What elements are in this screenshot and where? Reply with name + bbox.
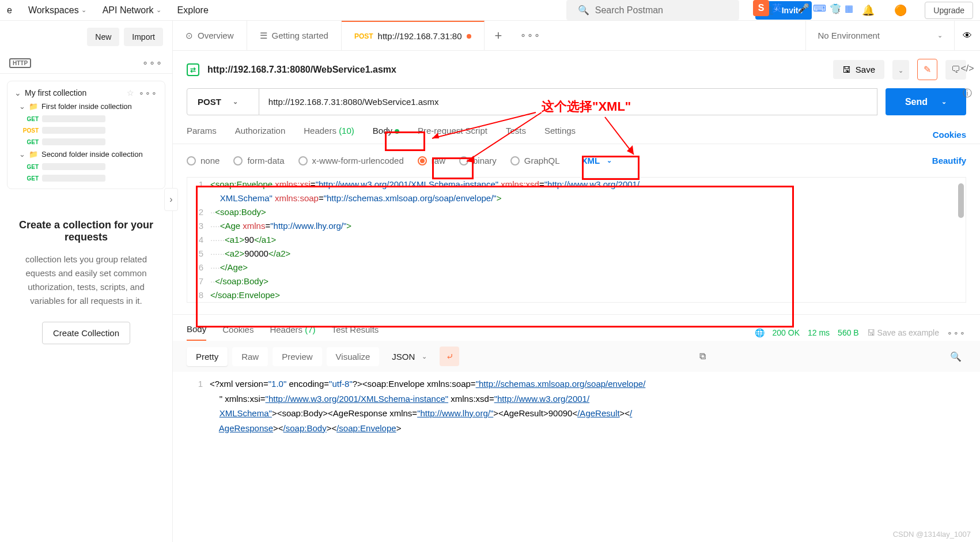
time-badge: 12 ms — [808, 328, 830, 337]
chevron-down-icon: ⌄ — [14, 88, 21, 97]
radio-xwww[interactable]: x-www-form-urlencoded — [298, 156, 404, 165]
view-raw[interactable]: Raw — [232, 347, 268, 366]
globe-icon[interactable]: 🌐 — [755, 328, 765, 337]
active-dot-icon — [395, 129, 399, 134]
body-type-options: none form-data x-www-form-urlencoded raw… — [173, 144, 980, 177]
status-code: 200 OK — [773, 328, 800, 337]
request-row[interactable]: GET — [7, 172, 165, 184]
resp-tab-body[interactable]: Body — [187, 324, 206, 341]
info-icon[interactable]: ⓘ — [963, 88, 972, 100]
sidebar-http-item[interactable]: HTTP ∘∘∘ — [0, 53, 172, 74]
environment-selector[interactable]: No Environment⌄ — [805, 21, 954, 50]
resp-tab-headers[interactable]: Headers (7) — [270, 325, 315, 340]
tab-headers[interactable]: Headers (10) — [304, 126, 354, 144]
collection-header[interactable]: ⌄ My first collection ☆ ∘∘∘ — [7, 86, 165, 100]
chevron-down-icon: ⌄ — [422, 353, 427, 360]
upgrade-button[interactable]: Upgrade — [925, 2, 973, 19]
ime-toolbar: S 英 ， 🎤 ⌨ 👕 ▦ — [753, 0, 853, 16]
body-format-selector[interactable]: XML⌄ — [574, 152, 620, 169]
resp-tab-cookies[interactable]: Cookies — [222, 325, 253, 340]
environment-quicklook-icon[interactable]: 👁 — [954, 21, 980, 50]
size-badge: 560 B — [838, 328, 859, 337]
folder-row[interactable]: ⌄ 📁 Second folder inside collection — [7, 148, 165, 161]
ime-mic-icon[interactable]: 🎤 — [798, 3, 809, 14]
copy-icon[interactable]: ⧉ — [695, 351, 710, 362]
view-visualize[interactable]: Visualize — [327, 347, 380, 366]
tab-params[interactable]: Params — [187, 126, 217, 144]
star-icon[interactable]: ☆ — [127, 88, 134, 97]
more-icon[interactable]: ∘∘∘ — [947, 328, 966, 337]
method-selector[interactable]: POST⌄ — [187, 88, 259, 115]
collection-panel: ⌄ My first collection ☆ ∘∘∘ ⌄ 📁 First fo… — [7, 81, 165, 189]
tab-prerequest[interactable]: Pre-request Script — [418, 126, 487, 144]
tab-request-active[interactable]: POST http://192.168.7.31:80 — [342, 21, 485, 50]
pencil-icon: ✎ — [924, 65, 931, 74]
new-button[interactable]: New — [87, 28, 119, 46]
ime-punctuation-icon[interactable]: ， — [785, 2, 794, 14]
ime-logo-icon[interactable]: S — [753, 0, 769, 16]
chevron-down-icon: ⌄ — [898, 67, 903, 74]
ime-lang-label[interactable]: 英 — [773, 2, 782, 14]
search-input[interactable]: 🔍 Search Postman — [566, 0, 739, 20]
format-selector[interactable]: JSON⌄ — [384, 347, 435, 366]
avatar[interactable]: 🟠 — [892, 2, 909, 18]
search-icon[interactable]: 🔍 — [945, 351, 966, 362]
request-row[interactable]: GET — [7, 161, 165, 172]
nav-api-network[interactable]: API Network ⌄ — [103, 5, 161, 16]
radio-none[interactable]: none — [187, 156, 220, 165]
body-editor[interactable]: 1<soap:Envelope xmlns:xsi="http://www.w3… — [187, 177, 966, 303]
more-icon[interactable]: ∘∘∘ — [139, 88, 158, 97]
tabs-more-button[interactable]: ∘∘∘ — [512, 30, 549, 41]
new-tab-button[interactable]: + — [485, 28, 513, 43]
request-row[interactable]: POST — [7, 125, 165, 136]
url-input[interactable] — [259, 88, 877, 115]
nav-home[interactable]: e — [7, 5, 12, 16]
tab-getting-started[interactable]: ☰Getting started — [247, 21, 342, 50]
response-tabs: Body Cookies Headers (7) Test Results 🌐 … — [173, 314, 980, 341]
radio-formdata[interactable]: form-data — [233, 156, 284, 165]
save-example-button[interactable]: 🖫 Save as example — [867, 328, 939, 337]
view-pretty[interactable]: Pretty — [187, 347, 228, 366]
request-row[interactable]: GET — [7, 136, 165, 148]
edit-button[interactable]: ✎ — [917, 59, 937, 80]
view-preview[interactable]: Preview — [273, 347, 321, 366]
tab-body[interactable]: Body — [373, 126, 399, 144]
response-body[interactable]: 1<?xml version="1.0" encoding="utf-8"?><… — [173, 372, 980, 440]
folder-icon: 📁 — [29, 102, 38, 111]
import-button[interactable]: Import — [124, 28, 163, 46]
tab-tests[interactable]: Tests — [506, 126, 526, 144]
save-dropdown[interactable]: ⌄ — [892, 60, 909, 80]
nav-explore[interactable]: Explore — [177, 5, 209, 16]
save-button[interactable]: 🖫Save — [833, 60, 884, 79]
tab-authorization[interactable]: Authorization — [235, 126, 286, 144]
tab-overview[interactable]: ⊙Overview — [173, 21, 247, 50]
code-icon[interactable]: </> — [960, 63, 974, 74]
radio-binary[interactable]: binary — [459, 156, 497, 165]
sidebar-collapse-toggle[interactable]: › — [164, 188, 178, 211]
chevron-down-icon: ⌄ — [937, 32, 943, 39]
chevron-down-icon: ⌄ — [607, 157, 612, 164]
folder-icon: 📁 — [29, 150, 38, 159]
radio-graphql[interactable]: GraphQL — [510, 156, 560, 165]
wrap-lines-icon[interactable]: ⤶ — [440, 347, 459, 366]
beautify-link[interactable]: Beautify — [932, 156, 966, 165]
ime-grid-icon[interactable]: ▦ — [845, 3, 853, 14]
request-tabs: Params Authorization Headers (10) Body P… — [173, 115, 980, 144]
main-layout: New Import HTTP ∘∘∘ ⌄ My first collectio… — [0, 21, 980, 542]
send-button[interactable]: Send⌄ — [886, 88, 966, 115]
tab-settings[interactable]: Settings — [544, 126, 576, 144]
resp-tab-results[interactable]: Test Results — [332, 325, 379, 340]
scrollbar-thumb[interactable] — [958, 183, 964, 218]
create-collection-button[interactable]: Create Collection — [42, 322, 130, 344]
notifications-icon[interactable]: 🔔 — [860, 2, 876, 18]
cookies-link[interactable]: Cookies — [933, 130, 966, 140]
radio-raw[interactable]: raw — [418, 156, 445, 165]
more-icon[interactable]: ∘∘∘ — [142, 58, 163, 69]
save-icon: 🖫 — [842, 65, 851, 74]
ime-keyboard-icon[interactable]: ⌨ — [813, 3, 826, 14]
right-rail: </> ⓘ — [955, 55, 980, 100]
folder-row[interactable]: ⌄ 📁 First folder inside collection — [7, 100, 165, 113]
request-row[interactable]: GET — [7, 113, 165, 125]
nav-workspaces[interactable]: Workspaces ⌄ — [28, 5, 86, 16]
ime-skin-icon[interactable]: 👕 — [830, 3, 841, 14]
